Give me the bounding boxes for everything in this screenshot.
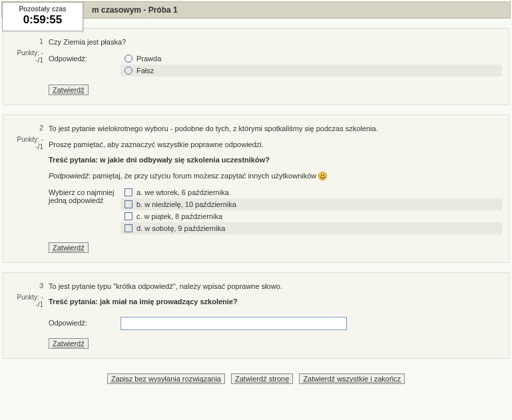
question-intro: To jest pytanie wielokrotnego wyboru - p… xyxy=(49,124,502,134)
question-body: To jest pytanie typu "krótka odpowiedź",… xyxy=(49,282,502,349)
short-answer-input[interactable] xyxy=(121,317,347,330)
checkbox-icon xyxy=(125,224,132,232)
question-meta: 1 Punkty: --/1 xyxy=(10,37,49,95)
answer-label: Odpowiedź: xyxy=(49,53,121,77)
question-body: Czy Ziemia jest płaska? Odpowiedź: Prawd… xyxy=(49,37,502,95)
question-points: Punkty: --/1 xyxy=(17,136,43,150)
question-intro: To jest pytanie typu "krótka odpowiedź",… xyxy=(49,282,502,292)
question-meta: 2 Punkty: --/1 xyxy=(10,124,49,253)
timer-label: Pozostały czas xyxy=(9,5,76,13)
radio-icon xyxy=(125,55,132,63)
checkbox-icon xyxy=(125,212,132,220)
answer-label: Wybierz co najmniej jedną odpowiedź xyxy=(49,186,121,234)
checkbox-option[interactable]: d. w sobotę, 9 października xyxy=(121,222,502,234)
question-number: 2 xyxy=(10,124,43,132)
question-block: 2 Punkty: --/1 To jest pytanie wielokrot… xyxy=(3,114,509,263)
submit-button[interactable]: Zatwierdź xyxy=(49,338,89,349)
answer-options xyxy=(121,317,502,330)
hint-text: : pamiętaj, że przy użyciu forum możesz … xyxy=(89,172,318,180)
radio-option[interactable]: Prawda xyxy=(121,53,502,65)
submit-button[interactable]: Zatwierdź xyxy=(49,85,89,95)
option-label: Fałsz xyxy=(136,67,154,75)
question-meta: 3 Punkty: --/1 xyxy=(10,282,49,349)
timer-box: Pozostały czas 0:59:55 xyxy=(2,2,83,31)
answer-options: a. we wtorek, 6 października b. w niedzi… xyxy=(121,186,502,234)
question-block: 1 Punkty: --/1 Czy Ziemia jest płaska? O… xyxy=(3,28,509,105)
timer-value: 0:59:55 xyxy=(9,13,76,27)
save-without-submit-button[interactable]: Zapisz bez wysyłania rozwiązania xyxy=(107,373,225,384)
radio-option[interactable]: Fałsz xyxy=(121,65,502,77)
question-intro: Proszę pamiętać, aby zaznaczyć wszystkie… xyxy=(49,140,502,150)
question-points: Punkty: --/1 xyxy=(17,49,43,64)
question-number: 1 xyxy=(10,37,43,45)
hint-label: Podpowiedź xyxy=(49,172,89,180)
option-label: a. we wtorek, 6 października xyxy=(136,188,229,196)
question-body: To jest pytanie wielokrotnego wyboru - p… xyxy=(49,124,502,253)
page-title: m czasowym - Próba 1 xyxy=(92,5,178,15)
option-label: b. w niedzielę, 10 października xyxy=(136,200,236,208)
answer-label: Odpowiedź: xyxy=(49,317,121,330)
option-label: c. w piątek, 8 października xyxy=(136,212,222,220)
checkbox-icon xyxy=(125,188,132,196)
option-label: d. w sobotę, 9 października xyxy=(136,224,225,232)
question-bold: Treść pytania: jak miał na imię prowadzą… xyxy=(49,298,238,306)
checkbox-option[interactable]: c. w piątek, 8 października xyxy=(121,210,502,222)
question-number: 3 xyxy=(10,282,43,290)
question-block: 3 Punkty: --/1 To jest pytanie typu "kró… xyxy=(3,272,509,359)
submit-button[interactable]: Zatwierdź xyxy=(49,242,89,253)
checkbox-option[interactable]: a. we wtorek, 6 października xyxy=(121,186,502,198)
question-points: Punkty: --/1 xyxy=(17,294,43,308)
answer-options: Prawda Fałsz xyxy=(121,53,502,77)
footer-buttons: Zapisz bez wysyłania rozwiązania Zatwier… xyxy=(0,368,512,393)
smiley-icon xyxy=(318,172,327,180)
question-hint: Podpowiedź: pamiętaj, że przy użyciu for… xyxy=(49,171,502,181)
option-label: Prawda xyxy=(136,55,161,63)
checkbox-icon xyxy=(125,200,132,208)
submit-page-button[interactable]: Zatwierdź stronę xyxy=(231,373,293,384)
submit-all-button[interactable]: Zatwierdź wszystkie i zakończ xyxy=(299,373,405,384)
question-text: Czy Ziemia jest płaska? xyxy=(49,37,502,47)
checkbox-option[interactable]: b. w niedzielę, 10 października xyxy=(121,198,502,210)
question-bold: Treść pytania: w jakie dni odbywały się … xyxy=(49,156,270,164)
radio-icon xyxy=(125,67,132,75)
